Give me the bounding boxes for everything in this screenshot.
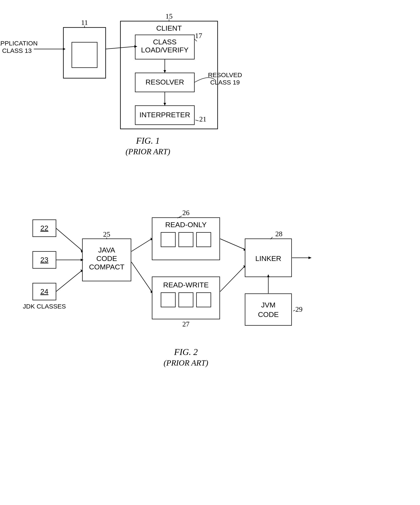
read-only-sq1 bbox=[161, 233, 175, 247]
input-ref-24: 24 bbox=[40, 287, 48, 295]
svg-line-16 bbox=[220, 239, 245, 249]
java-code-label2: CODE bbox=[96, 254, 117, 262]
svg-line-19 bbox=[293, 310, 295, 311]
linker-label: LINKER bbox=[255, 254, 282, 262]
java-code-label1: JAVA bbox=[98, 246, 115, 254]
app-class-label2: CLASS 13 bbox=[2, 47, 32, 54]
jvm-code-label1: JVM bbox=[261, 301, 276, 309]
resolved-class-label1: RESOLVED bbox=[208, 71, 242, 78]
read-only-sq3 bbox=[196, 233, 211, 247]
input-ref-22: 22 bbox=[40, 224, 48, 232]
fig1-title: FIG. 1 bbox=[136, 136, 160, 145]
class-load-ref: 17 bbox=[195, 32, 202, 39]
svg-line-9 bbox=[56, 228, 82, 250]
server-ref: 11 bbox=[81, 19, 88, 26]
read-write-ref: 27 bbox=[182, 320, 189, 328]
interpreter-label: INTERPRETER bbox=[139, 111, 190, 119]
interpreter-ref: 21 bbox=[199, 115, 207, 123]
read-only-sq2 bbox=[179, 233, 193, 247]
read-write-sq1 bbox=[161, 293, 175, 307]
java-code-ref: 25 bbox=[103, 230, 110, 238]
server-inner-box bbox=[72, 42, 97, 68]
resolved-class-label2: CLASS 19 bbox=[210, 79, 240, 86]
app-class-label1: APPLICATION bbox=[0, 40, 38, 47]
class-load-label1: CLASS bbox=[153, 38, 177, 46]
page: 11 APPLICATION CLASS 13 15 CLIENT CLASS … bbox=[0, 0, 420, 505]
class-load-label2: LOAD/VERIFY bbox=[141, 46, 189, 54]
read-write-label: READ-WRITE bbox=[163, 281, 208, 289]
jvm-code-ref: 29 bbox=[295, 305, 302, 313]
resolver-label: RESOLVER bbox=[145, 78, 184, 86]
svg-line-11 bbox=[56, 271, 82, 292]
read-only-label: READ-ONLY bbox=[165, 221, 207, 229]
read-only-ref: 26 bbox=[182, 209, 189, 217]
linker-ref: 28 bbox=[275, 230, 282, 238]
arrow-linker-out bbox=[308, 257, 312, 259]
input-ref-23: 23 bbox=[40, 256, 48, 264]
svg-line-13 bbox=[132, 239, 152, 252]
fig1-subtitle: (PRIOR ART) bbox=[125, 147, 170, 156]
svg-line-17 bbox=[220, 266, 245, 292]
jvm-code-label2: CODE bbox=[258, 310, 279, 318]
read-write-sq3 bbox=[196, 293, 211, 307]
svg-line-14 bbox=[132, 262, 152, 292]
fig2-subtitle: (PRIOR ART) bbox=[163, 358, 208, 367]
client-ref: 15 bbox=[165, 12, 173, 20]
client-label: CLIENT bbox=[156, 24, 182, 32]
read-write-sq2 bbox=[179, 293, 193, 307]
fig2-title: FIG. 2 bbox=[174, 347, 198, 357]
java-code-label3: COMPACT bbox=[89, 263, 124, 271]
jvm-code-box bbox=[245, 294, 292, 325]
jdk-classes-label: JDK CLASSES bbox=[23, 303, 66, 310]
